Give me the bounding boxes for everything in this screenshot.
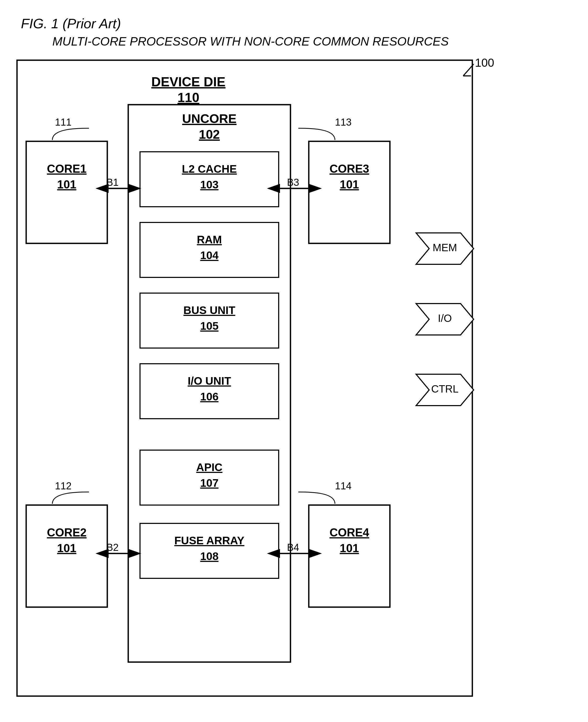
core3-num: 101 bbox=[340, 178, 359, 191]
ctrl-label: CTRL bbox=[431, 383, 459, 395]
b1-label: B1 bbox=[106, 177, 119, 188]
fig-subtitle: MULTI-CORE PROCESSOR WITH NON-CORE COMMO… bbox=[52, 35, 449, 48]
svg-rect-4 bbox=[26, 505, 107, 607]
apic-label: APIC bbox=[196, 461, 223, 473]
svg-rect-5 bbox=[309, 505, 390, 607]
svg-rect-1 bbox=[128, 105, 291, 662]
apic-num: 107 bbox=[200, 477, 218, 489]
l2cache-label: L2 CACHE bbox=[182, 163, 237, 175]
page: FIG. 1 (Prior Art) MULTI-CORE PROCESSOR … bbox=[0, 0, 588, 722]
svg-rect-9 bbox=[140, 364, 279, 419]
iounit-label: I/O UNIT bbox=[188, 375, 231, 387]
svg-marker-20 bbox=[416, 374, 474, 406]
b2-label: B2 bbox=[106, 542, 119, 553]
device-die-num: 110 bbox=[177, 90, 199, 105]
core3-label: CORE3 bbox=[330, 162, 369, 175]
device-die-label: DEVICE DIE bbox=[151, 75, 225, 89]
ref-113: 113 bbox=[335, 117, 352, 128]
fusearray-label: FUSE ARRAY bbox=[174, 534, 245, 547]
svg-marker-19 bbox=[416, 303, 474, 335]
svg-rect-8 bbox=[140, 293, 279, 348]
fig-title: FIG. 1 (Prior Art) bbox=[21, 16, 121, 31]
core1-label: CORE1 bbox=[47, 162, 87, 175]
mem-label: MEM bbox=[433, 242, 457, 253]
ref-100: 100 bbox=[475, 56, 494, 69]
core4-num: 101 bbox=[340, 542, 359, 554]
uncore-num: 102 bbox=[199, 127, 220, 141]
core1-num: 101 bbox=[57, 178, 76, 191]
b4-label: B4 bbox=[287, 542, 299, 553]
ref-112: 112 bbox=[55, 481, 71, 491]
svg-rect-10 bbox=[140, 450, 279, 505]
busunit-num: 105 bbox=[200, 320, 218, 332]
svg-rect-11 bbox=[140, 523, 279, 578]
svg-rect-2 bbox=[26, 141, 107, 243]
diagram-svg: FIG. 1 (Prior Art) MULTI-CORE PROCESSOR … bbox=[0, 0, 588, 722]
ram-num: 104 bbox=[200, 249, 219, 261]
uncore-label: UNCORE bbox=[182, 112, 236, 126]
core2-num: 101 bbox=[57, 542, 76, 554]
fusearray-num: 108 bbox=[200, 550, 218, 562]
io-label: I/O bbox=[438, 313, 451, 324]
svg-rect-6 bbox=[140, 152, 279, 207]
svg-rect-7 bbox=[140, 222, 279, 277]
svg-rect-0 bbox=[17, 60, 472, 696]
ref-111: 111 bbox=[55, 117, 71, 128]
svg-marker-18 bbox=[416, 233, 474, 264]
ram-label: RAM bbox=[197, 233, 222, 246]
core2-label: CORE2 bbox=[47, 526, 87, 539]
iounit-num: 106 bbox=[200, 390, 218, 403]
busunit-label: BUS UNIT bbox=[184, 304, 235, 316]
core4-label: CORE4 bbox=[330, 526, 369, 539]
b3-label: B3 bbox=[287, 177, 299, 188]
svg-rect-3 bbox=[309, 141, 390, 243]
ref-114: 114 bbox=[335, 481, 352, 491]
l2cache-num: 103 bbox=[200, 178, 218, 191]
